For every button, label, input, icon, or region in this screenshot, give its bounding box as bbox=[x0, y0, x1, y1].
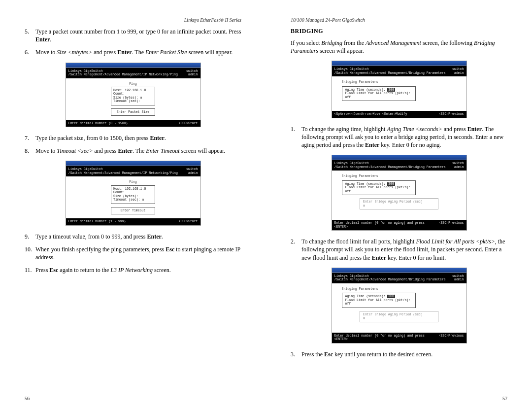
aging-prompt-box: Enter Bridge Aging Period (sec) ▮ bbox=[360, 198, 438, 209]
screenshot-aging-prompt: Linksys GigaSwitch /Switch Management/Ad… bbox=[332, 155, 467, 231]
step-7: 7. Type the packet size, from 0 to 1500,… bbox=[25, 134, 241, 142]
screen-header: Linksys GigaSwitch /Switch Management/Ad… bbox=[66, 68, 200, 78]
step-2: 2. To change the flood limit for all por… bbox=[291, 238, 507, 262]
screen-header: Linksys GigaSwitch /Switch Management/Ad… bbox=[66, 166, 200, 176]
window-titlebar bbox=[66, 161, 200, 166]
packet-size-prompt: Enter Packet Size bbox=[111, 108, 155, 116]
screen-body: Bridging Parameters Aging Time (seconds)… bbox=[332, 76, 466, 111]
screenshot-flood-prompt: Linksys GigaSwitch /Switch Management/Ad… bbox=[332, 268, 467, 343]
screen-header: Linksys GigaSwitch /Switch Management/Ad… bbox=[332, 273, 466, 283]
step-1: 1. To change the aging time, highlight A… bbox=[291, 125, 507, 149]
timeout-prompt: Enter Timeout bbox=[111, 207, 155, 214]
left-steps-list-2: 7. Type the packet size, from 0 to 1500,… bbox=[25, 134, 241, 155]
screen-footer: Enter decimal number (0 for no aging) an… bbox=[332, 333, 466, 343]
ping-params-box: Host: 192.168.1.0 Count: Size (bytes): T… bbox=[111, 185, 155, 204]
window-titlebar bbox=[332, 268, 466, 273]
step-num: 5. bbox=[25, 28, 35, 43]
window-titlebar bbox=[332, 155, 466, 160]
left-steps-list-3: 9. Type a timeout value, from 0 to 999, … bbox=[25, 233, 241, 274]
right-steps-list-2: 2. To change the flood limit for all por… bbox=[291, 238, 507, 262]
bridging-box: Aging Time (seconds): 300 Flood Limit fo… bbox=[342, 293, 416, 308]
step-6: 6. Move to Size <mbytes> and press Enter… bbox=[25, 48, 241, 56]
screen-header: Linksys GigaSwitch /Switch Management/Ad… bbox=[332, 66, 466, 76]
left-steps-list: 5. Type a packet count number from 1 to … bbox=[25, 28, 241, 57]
intro-paragraph: If you select Bridging from the Advanced… bbox=[291, 39, 507, 55]
step-9: 9. Type a timeout value, from 0 to 999, … bbox=[25, 233, 241, 240]
step-num: 10. bbox=[25, 245, 35, 261]
left-page: Linksys EtherFast® II Series 5. Type a p… bbox=[0, 0, 266, 411]
right-page: 10/100 Managed 24-Port GigaSwitch BRIDGI… bbox=[266, 0, 532, 411]
bridging-box: Aging Time (seconds): 300 Flood Limit fo… bbox=[342, 86, 416, 101]
running-head-left: Linksys EtherFast® II Series bbox=[25, 17, 241, 23]
flood-prompt-box: Enter Bridge Aging Period (sec) ▮ bbox=[360, 311, 438, 322]
window-titlebar bbox=[332, 61, 466, 66]
step-num: 6. bbox=[25, 48, 35, 56]
screen-body: Ping Host: 192.168.1.0 Count: Size (byte… bbox=[66, 78, 200, 120]
screenshot-packet-size: Linksys GigaSwitch /Switch Management/Ad… bbox=[66, 63, 201, 127]
step-body: Move to Size <mbytes> and press Enter. T… bbox=[35, 48, 241, 56]
bridging-box: Aging Time (seconds): 300 Flood Limit fo… bbox=[342, 180, 416, 195]
screenshot-timeout: Linksys GigaSwitch /Switch Management/Ad… bbox=[66, 161, 201, 225]
window-titlebar bbox=[66, 63, 200, 68]
ping-params-box: Host: 192.168.1.0 Count: Size (bytes): ▮… bbox=[111, 87, 155, 105]
step-5: 5. Type a packet count number from 1 to … bbox=[25, 28, 241, 43]
step-num: 11. bbox=[25, 266, 35, 274]
section-heading-bridging: BRIDGING bbox=[291, 28, 507, 35]
page-number-right: 57 bbox=[502, 396, 507, 401]
step-num: 8. bbox=[25, 147, 35, 155]
right-steps-list: 1. To change the aging time, highlight A… bbox=[291, 125, 507, 149]
screen-body: Bridging Parameters Aging Time (seconds)… bbox=[332, 171, 466, 220]
step-8: 8. Move to Timeout <sec> and press Enter… bbox=[25, 147, 241, 155]
screenshot-bridging-params: Linksys GigaSwitch /Switch Management/Ad… bbox=[332, 61, 467, 118]
right-steps-list-3: 3. Press the Esc key until you return to… bbox=[291, 350, 507, 358]
step-3: 3. Press the Esc key until you return to… bbox=[291, 350, 507, 358]
screen-footer: Enter decimal number (1 - 999) <ESC>Star… bbox=[66, 218, 200, 225]
page-number-left: 56 bbox=[25, 396, 30, 401]
step-num: 1. bbox=[291, 125, 301, 149]
step-num: 3. bbox=[291, 350, 301, 358]
step-10: 10. When you finish specifying the ping … bbox=[25, 245, 241, 261]
screen-body: Bridging Parameters Aging Time (seconds)… bbox=[332, 283, 466, 333]
step-num: 2. bbox=[291, 238, 301, 262]
screen-footer: <UpArrow><DownArrow>Move <Enter>Modify <… bbox=[332, 111, 466, 117]
screen-body: Ping Host: 192.168.1.0 Count: Size (byte… bbox=[66, 176, 200, 218]
running-head-right: 10/100 Managed 24-Port GigaSwitch bbox=[291, 17, 507, 23]
step-11: 11. Press Esc again to return to the L3 … bbox=[25, 266, 241, 274]
step-body: Type a packet count number from 1 to 999… bbox=[35, 28, 241, 43]
step-num: 9. bbox=[25, 233, 35, 240]
screen-footer: Enter decimal number (0 for no aging) an… bbox=[332, 220, 466, 230]
step-num: 7. bbox=[25, 134, 35, 142]
screen-footer: Enter decimal number (0 - 1500) <ESC>Sta… bbox=[66, 120, 200, 127]
screen-header: Linksys GigaSwitch /Switch Management/Ad… bbox=[332, 160, 466, 171]
